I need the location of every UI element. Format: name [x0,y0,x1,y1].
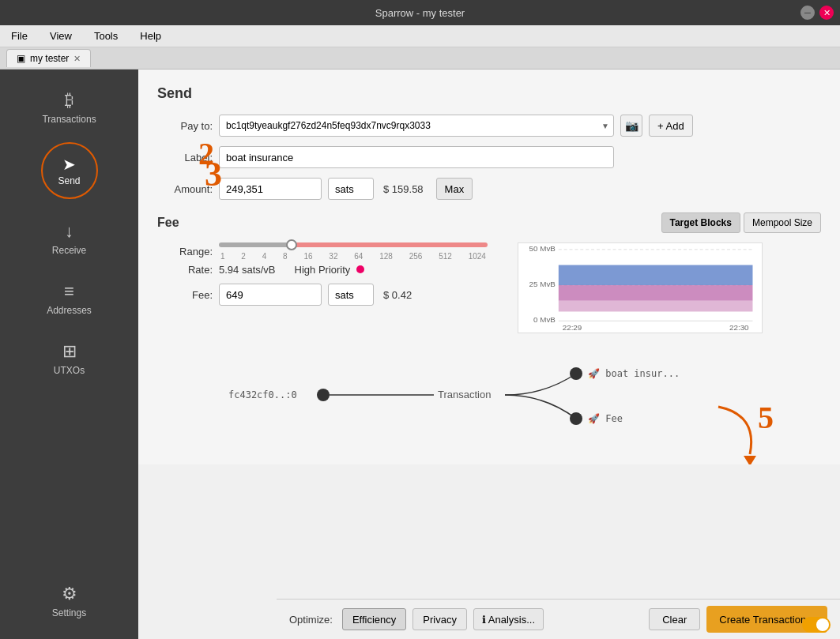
svg-point-15 [570,367,582,380]
slider-ticks: 1 2 4 8 16 32 64 128 256 [219,252,488,261]
svg-point-16 [570,412,582,425]
svg-rect-6 [559,265,753,286]
fee-title: Fee [157,216,179,230]
fee-label: Fee: [157,289,213,301]
toggle-switch[interactable] [802,617,831,633]
slider-track [219,242,488,247]
sidebar-item-send[interactable]: ➤ Send [41,142,98,199]
content: Send Pay to: ▼ 📷 + Add 2 Label: Amo [138,70,840,464]
svg-text:🚀 Fee: 🚀 Fee [588,412,623,424]
fee-chart-container: 50 MvB 25 MvB 0 MvB [518,242,763,336]
menubar: File View Tools Help [0,25,840,47]
sidebar-item-transactions[interactable]: ₿ Transactions [0,79,138,136]
mempool-size-button[interactable]: Mempool Size [744,212,821,233]
tx-diagram: fc432cf0..:0 Transaction 🚀 boat insur... [157,344,821,446]
priority-label: High Priority [295,264,351,276]
menu-view[interactable]: View [45,28,77,43]
send-icon: ➤ [62,155,76,174]
amount-input[interactable] [219,178,322,200]
fee-unit-select[interactable]: sats BTC [328,284,374,306]
slider-thumb[interactable] [286,239,297,250]
fee-input[interactable] [219,284,322,306]
fee-usd: $ 0.42 [383,289,412,301]
unit-select-wrap: sats BTC [328,178,374,200]
tab-icon: ▣ [17,53,25,64]
addresses-icon: ≡ [64,281,74,302]
menu-help[interactable]: Help [135,28,166,43]
rate-label: Rate: [157,264,213,276]
sidebar-label-addresses: Addresses [47,305,92,316]
optimize-label: Optimize: [289,614,333,626]
tab-label: my tester [30,53,69,64]
toggle-knob [816,618,829,631]
page-title: Send [157,85,821,102]
fee-input-row: Fee: sats BTC $ 0.42 [157,284,505,306]
titlebar: Sparrow - my tester ─ ✕ [0,0,840,25]
svg-text:0 MvB: 0 MvB [533,315,556,324]
sidebar-item-receive[interactable]: ↓ Receive [0,210,138,267]
bottom-bar: Optimize: Efficiency Privacy ℹ Analysis.… [277,599,840,639]
target-blocks-button[interactable]: Target Blocks [661,212,740,233]
efficiency-button[interactable]: Efficiency [342,608,406,630]
receive-icon: ↓ [65,221,73,242]
pay-to-input[interactable] [219,115,614,137]
svg-text:Transaction: Transaction [438,389,491,400]
svg-text:25 MvB: 25 MvB [529,280,556,288]
svg-rect-7 [559,285,753,301]
svg-text:50 MvB: 50 MvB [529,244,556,253]
main-layout: ₿ Transactions ➤ Send ↓ Receive ≡ Addres… [0,70,840,639]
privacy-button[interactable]: Privacy [412,608,467,630]
amount-label: Amount: [157,183,213,195]
amount-usd: $ 159.58 [383,183,424,195]
pay-to-row: Pay to: ▼ 📷 + Add [157,115,821,137]
tabbar: ▣ my tester ✕ [0,47,840,70]
analysis-button[interactable]: ℹ Analysis... [473,608,544,630]
range-row: Range: 1 [157,242,505,261]
svg-text:22:29: 22:29 [563,323,582,332]
titlebar-controls: ─ ✕ [800,6,834,20]
fee-buttons: Target Blocks Mempool Size [661,212,822,233]
clear-button[interactable]: Clear [649,608,700,630]
svg-text:fc432cf0..:0: fc432cf0..:0 [228,389,297,400]
sidebar-label-settings: Settings [52,607,86,618]
menu-file[interactable]: File [6,28,32,43]
sidebar-label-receive: Receive [52,245,86,256]
menu-tools[interactable]: Tools [89,28,122,43]
amount-controls: sats BTC $ 159.58 Max 3 [219,178,473,200]
label-label: Label: [157,152,213,164]
svg-point-11 [317,389,330,401]
rate-value: 5.94 sats/vB [219,264,276,276]
svg-marker-19 [744,456,756,464]
toggle-area [802,617,831,633]
tab-my-tester[interactable]: ▣ my tester ✕ [6,49,91,67]
sidebar: ₿ Transactions ➤ Send ↓ Receive ≡ Addres… [0,70,138,639]
close-button[interactable]: ✕ [819,6,834,20]
amount-row: Amount: sats BTC $ 159.58 Max 3 [157,178,821,200]
sidebar-label-utxos: UTXOs [54,365,85,376]
sidebar-item-utxos[interactable]: ⊞ UTXOs [0,330,138,387]
svg-rect-8 [559,301,753,312]
priority-badge: High Priority [295,264,364,276]
fee-header: Fee Target Blocks Mempool Size [157,212,821,233]
slider-wrap: 1 2 4 8 16 32 64 128 256 [219,242,488,261]
transactions-icon: ₿ [65,90,73,111]
unit-select[interactable]: sats BTC [328,178,374,200]
sidebar-label-transactions: Transactions [42,114,96,125]
sidebar-item-addresses[interactable]: ≡ Addresses [0,270,138,327]
send-wrapper: ➤ Send [0,137,138,204]
minimize-button[interactable]: ─ [800,6,815,20]
label-input[interactable] [219,146,614,168]
tab-close-icon[interactable]: ✕ [73,54,81,64]
utxos-icon: ⊞ [62,341,77,362]
sidebar-item-settings[interactable]: ⚙ Settings [0,573,138,630]
sidebar-label-send: Send [58,175,80,186]
camera-button[interactable]: 📷 [620,115,642,137]
fee-section: Fee Target Blocks Mempool Size Range: [157,212,821,336]
pay-to-label: Pay to: [157,120,213,132]
max-button[interactable]: Max [436,178,473,200]
svg-text:🚀 boat insur...: 🚀 boat insur... [588,367,680,379]
add-button[interactable]: + Add [649,115,693,137]
titlebar-title: Sparrow - my tester [375,7,465,19]
fee-chart: 50 MvB 25 MvB 0 MvB [518,242,763,333]
priority-dot-icon [356,265,364,273]
